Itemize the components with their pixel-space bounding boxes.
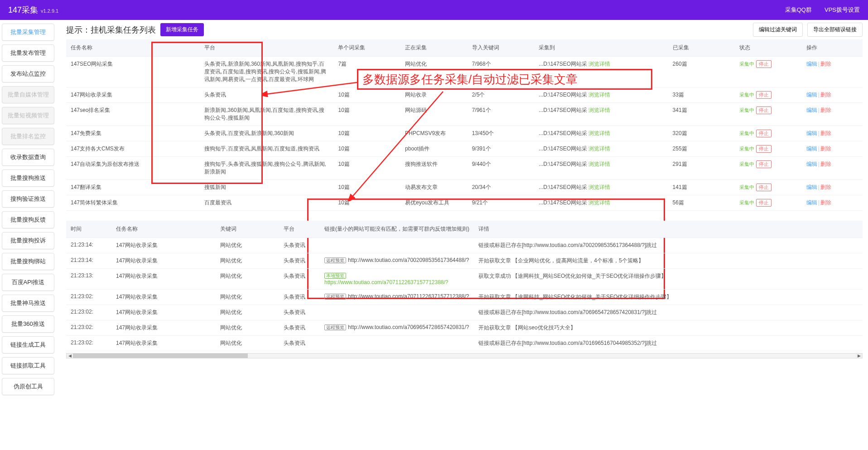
url-text: http://www.toutiao.com/a7002098535617364… (348, 257, 469, 263)
sidebar-item-8[interactable]: 搜狗验证推送 (2, 190, 54, 208)
sidebar-item-6[interactable]: 收录数据查询 (2, 149, 54, 166)
scroll-right-icon[interactable]: ▶ (856, 353, 862, 358)
detail-link[interactable]: 浏览详情 (588, 61, 610, 67)
edit-link[interactable]: 编辑 (806, 145, 817, 152)
th-detail: 详情 (474, 221, 863, 238)
sidebar-item-14[interactable]: 批量360推送 (2, 315, 54, 333)
title-row: 提示：挂机采集任务列表 新增采集任务 编辑过滤关键词 导出全部错误链接 (66, 23, 863, 37)
edit-filter-button[interactable]: 编辑过滤关键词 (753, 23, 803, 37)
sidebar-item-4: 批量短视频管理 (2, 107, 54, 124)
th-name: 任务名称 (66, 39, 200, 57)
delete-link[interactable]: 删除 (820, 92, 831, 98)
cell-platform: 头条资讯,新浪新闻,360新闻,凤凰新闻,搜狗知乎,百度资讯,百度知道,搜狗资讯… (200, 57, 333, 87)
delete-link[interactable]: 删除 (820, 130, 831, 136)
local-badge[interactable]: 本地预览 (324, 273, 346, 279)
edit-link[interactable]: 编辑 (806, 92, 817, 98)
cell-count: 141篇 (668, 180, 735, 195)
cell-platform: 搜狗知乎,百度资讯,凤凰新闻,百度知道,搜狗资讯 (200, 141, 333, 157)
cell-link (320, 336, 474, 351)
cell-detail: 链接或标题已存在[http://www.toutiao.com/a7002098… (474, 238, 863, 253)
stop-button[interactable]: 停止 (756, 130, 772, 137)
stop-button[interactable]: 停止 (756, 184, 772, 191)
app-header: 147采集 v1.2.9.1 采集QQ群 VPS拨号设置 (0, 0, 868, 20)
log-row: 21:23:02:147网站收录采集网站优化头条资讯远程预览http://www… (66, 290, 863, 305)
cell-imported: 13/450个 (468, 126, 535, 141)
delete-link[interactable]: 删除 (820, 61, 831, 67)
url-text: http://www.toutiao.com/a7071122637157712… (348, 293, 469, 300)
sidebar-item-7[interactable]: 批量搜狗推送 (2, 169, 54, 187)
delete-link[interactable]: 删除 (820, 184, 831, 190)
sidebar-item-9[interactable]: 批量搜狗反馈 (2, 211, 54, 228)
detail-link[interactable]: 浏览详情 (588, 130, 610, 136)
stop-button[interactable]: 停止 (756, 160, 772, 168)
cell-detail: 开始获取文章 【企业网站优化，提高网站流量，4个标准，5个策略】 (474, 253, 863, 269)
sidebar: 批量采集管理批量发布管理发布站点监控批量自媒体管理批量短视频管理批量排名监控收录… (0, 20, 58, 450)
stop-button[interactable]: 停止 (756, 199, 772, 207)
th-word: 单个词采集 (333, 39, 400, 57)
edit-link[interactable]: 编辑 (806, 107, 817, 113)
remote-badge[interactable]: 远程预览 (324, 324, 346, 330)
edit-link[interactable]: 编辑 (806, 199, 817, 206)
delete-link[interactable]: 删除 (820, 161, 831, 167)
sidebar-item-16[interactable]: 链接抓取工具 (2, 357, 54, 374)
th-time: 时间 (66, 221, 111, 238)
cell-word: 10篇 (333, 141, 400, 157)
detail-link[interactable]: 浏览详情 (588, 184, 610, 190)
sidebar-item-12[interactable]: 百度API推送 (2, 274, 54, 291)
th-kw: 关键词 (216, 221, 279, 238)
remote-badge[interactable]: 远程预览 (324, 257, 346, 263)
horizontal-scrollbar[interactable]: ◀ ▶ (66, 353, 863, 358)
sidebar-item-13[interactable]: 批量神马推送 (2, 295, 54, 312)
edit-link[interactable]: 编辑 (806, 130, 817, 136)
url-text: http://www.toutiao.com/a7069654728657420… (348, 324, 469, 330)
stop-button[interactable]: 停止 (756, 145, 772, 153)
cell-ops: 编辑|删除 (802, 57, 863, 87)
cell-target: ...D:\147SEO网站采 浏览详情 (534, 180, 668, 195)
detail-link[interactable]: 浏览详情 (588, 161, 610, 167)
cell-time: 21:23:02: (66, 305, 111, 320)
sidebar-item-10[interactable]: 批量搜狗投诉 (2, 232, 54, 249)
sidebar-item-2[interactable]: 发布站点监控 (2, 65, 54, 82)
detail-link[interactable]: 浏览详情 (588, 199, 610, 206)
cell-word: 10篇 (333, 195, 400, 211)
scroll-thumb[interactable] (73, 353, 248, 358)
cell-count: 255篇 (668, 141, 735, 157)
th-task: 任务名称 (111, 221, 216, 238)
edit-link[interactable]: 编辑 (806, 184, 817, 190)
th-target: 采集到 (534, 39, 668, 57)
add-task-button[interactable]: 新增采集任务 (160, 23, 204, 36)
delete-link[interactable]: 删除 (820, 199, 831, 206)
sidebar-item-17[interactable]: 伪原创工具 (2, 378, 54, 395)
edit-link[interactable]: 编辑 (806, 161, 817, 167)
stop-button[interactable]: 停止 (756, 91, 772, 99)
header-link-vps[interactable]: VPS拨号设置 (825, 6, 860, 14)
header-link-qq[interactable]: 采集QQ群 (785, 6, 812, 14)
sidebar-item-11[interactable]: 批量搜狗绑站 (2, 253, 54, 270)
cell-ops: 编辑|删除 (802, 141, 863, 157)
remote-badge[interactable]: 远程预览 (324, 294, 346, 300)
export-errors-button[interactable]: 导出全部错误链接 (807, 23, 863, 37)
detail-link[interactable]: 浏览详情 (588, 107, 610, 113)
detail-link[interactable]: 浏览详情 (588, 145, 610, 152)
cell-count: 33篇 (668, 87, 735, 103)
cell-collecting: 动易发布文章 (400, 180, 468, 195)
cell-platform: 搜狐新闻 (200, 180, 333, 195)
cell-word: 10篇 (333, 87, 400, 103)
scroll-left-icon[interactable]: ◀ (67, 353, 73, 358)
panel-title: 提示：挂机采集任务列表 (66, 24, 156, 35)
cell-platform: 新浪新闻,360新闻,凤凰新闻,百度知道,搜狗资讯,搜狗公众号,搜狐新闻 (200, 103, 333, 126)
edit-link[interactable]: 编辑 (806, 61, 817, 67)
sidebar-item-1[interactable]: 批量发布管理 (2, 44, 54, 62)
cell-plat: 头条资讯 (279, 305, 320, 320)
sidebar-item-0[interactable]: 批量采集管理 (2, 24, 54, 41)
log-row: 21:23:13:147网站收录采集网站优化头条资讯本地预览https://ww… (66, 269, 863, 290)
cell-word: 10篇 (333, 157, 400, 180)
sidebar-item-15[interactable]: 链接生成工具 (2, 336, 54, 353)
cell-imported: 9/440个 (468, 157, 535, 180)
th-platform: 平台 (200, 39, 333, 57)
delete-link[interactable]: 删除 (820, 145, 831, 152)
stop-button[interactable]: 停止 (756, 60, 772, 68)
delete-link[interactable]: 删除 (820, 107, 831, 113)
detail-link[interactable]: 浏览详情 (588, 92, 610, 98)
stop-button[interactable]: 停止 (756, 106, 772, 114)
